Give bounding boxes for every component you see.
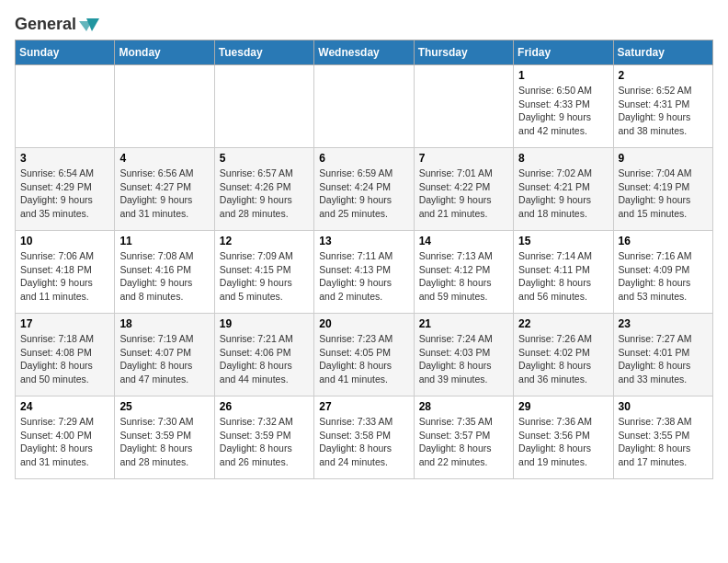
- day-number: 26: [220, 400, 309, 413]
- calendar-cell: 1Sunrise: 6:50 AMSunset: 4:33 PMDaylight…: [514, 65, 613, 148]
- calendar-cell: 19Sunrise: 7:21 AMSunset: 4:06 PMDayligh…: [214, 314, 313, 396]
- day-info: Sunrise: 7:33 AMSunset: 3:58 PMDaylight:…: [319, 415, 408, 469]
- day-info: Sunrise: 7:36 AMSunset: 3:56 PMDaylight:…: [518, 415, 608, 469]
- day-info: Sunrise: 6:59 AMSunset: 4:24 PMDaylight:…: [319, 167, 408, 221]
- calendar-cell: 25Sunrise: 7:30 AMSunset: 3:59 PMDayligh…: [115, 396, 214, 479]
- calendar-cell: 20Sunrise: 7:23 AMSunset: 4:05 PMDayligh…: [314, 314, 414, 396]
- calendar-cell: [314, 65, 414, 148]
- calendar-body: 1Sunrise: 6:50 AMSunset: 4:33 PMDaylight…: [16, 65, 713, 479]
- day-number: 3: [20, 152, 109, 165]
- day-number: 28: [419, 400, 508, 413]
- calendar-cell: 5Sunrise: 6:57 AMSunset: 4:26 PMDaylight…: [214, 148, 313, 231]
- calendar-cell: 12Sunrise: 7:09 AMSunset: 4:15 PMDayligh…: [214, 231, 313, 314]
- day-number: 27: [319, 400, 408, 413]
- calendar-cell: 22Sunrise: 7:26 AMSunset: 4:02 PMDayligh…: [514, 314, 613, 396]
- day-info: Sunrise: 7:27 AMSunset: 4:01 PMDaylight:…: [619, 332, 708, 386]
- week-row-3: 10Sunrise: 7:06 AMSunset: 4:18 PMDayligh…: [16, 231, 713, 314]
- day-number: 22: [518, 317, 608, 330]
- day-number: 21: [419, 317, 508, 330]
- calendar-cell: 6Sunrise: 6:59 AMSunset: 4:24 PMDaylight…: [314, 148, 414, 231]
- day-number: 13: [319, 235, 408, 247]
- calendar-cell: [214, 65, 313, 148]
- day-number: 8: [518, 152, 608, 165]
- day-info: Sunrise: 7:16 AMSunset: 4:09 PMDaylight:…: [619, 249, 708, 304]
- calendar-cell: 3Sunrise: 6:54 AMSunset: 4:29 PMDaylight…: [16, 148, 115, 231]
- calendar-cell: 30Sunrise: 7:38 AMSunset: 3:55 PMDayligh…: [613, 396, 712, 479]
- day-number: 6: [319, 152, 408, 165]
- week-row-5: 24Sunrise: 7:29 AMSunset: 4:00 PMDayligh…: [16, 396, 713, 479]
- week-row-1: 1Sunrise: 6:50 AMSunset: 4:33 PMDaylight…: [16, 65, 713, 148]
- day-info: Sunrise: 7:06 AMSunset: 4:18 PMDaylight:…: [20, 249, 109, 304]
- day-number: 14: [419, 235, 508, 247]
- day-header-wednesday: Wednesday: [314, 40, 414, 65]
- calendar-cell: 28Sunrise: 7:35 AMSunset: 3:57 PMDayligh…: [414, 396, 513, 479]
- day-number: 12: [220, 235, 309, 247]
- calendar-cell: 17Sunrise: 7:18 AMSunset: 4:08 PMDayligh…: [16, 314, 115, 396]
- day-number: 16: [619, 235, 708, 247]
- day-info: Sunrise: 7:26 AMSunset: 4:02 PMDaylight:…: [518, 332, 608, 386]
- day-info: Sunrise: 7:11 AMSunset: 4:13 PMDaylight:…: [319, 249, 408, 304]
- calendar-cell: 2Sunrise: 6:52 AMSunset: 4:31 PMDaylight…: [613, 65, 712, 148]
- day-info: Sunrise: 7:38 AMSunset: 3:55 PMDaylight:…: [619, 415, 708, 469]
- day-info: Sunrise: 6:50 AMSunset: 4:33 PMDaylight:…: [518, 84, 608, 138]
- calendar-cell: 16Sunrise: 7:16 AMSunset: 4:09 PMDayligh…: [613, 231, 712, 314]
- day-info: Sunrise: 7:01 AMSunset: 4:22 PMDaylight:…: [419, 167, 508, 221]
- calendar-cell: 14Sunrise: 7:13 AMSunset: 4:12 PMDayligh…: [414, 231, 513, 314]
- day-number: 24: [20, 400, 109, 413]
- calendar-cell: 27Sunrise: 7:33 AMSunset: 3:58 PMDayligh…: [314, 396, 414, 479]
- day-info: Sunrise: 7:14 AMSunset: 4:11 PMDaylight:…: [518, 249, 608, 304]
- calendar-cell: [16, 65, 115, 148]
- day-info: Sunrise: 7:18 AMSunset: 4:08 PMDaylight:…: [20, 332, 109, 386]
- day-number: 4: [119, 152, 209, 165]
- days-of-week-row: SundayMondayTuesdayWednesdayThursdayFrid…: [16, 40, 713, 65]
- calendar-table: SundayMondayTuesdayWednesdayThursdayFrid…: [15, 40, 713, 479]
- day-info: Sunrise: 7:02 AMSunset: 4:21 PMDaylight:…: [518, 167, 608, 221]
- calendar-cell: [115, 65, 214, 148]
- calendar-cell: 9Sunrise: 7:04 AMSunset: 4:19 PMDaylight…: [613, 148, 712, 231]
- calendar-cell: 7Sunrise: 7:01 AMSunset: 4:22 PMDaylight…: [414, 148, 513, 231]
- day-number: 17: [20, 317, 109, 330]
- day-info: Sunrise: 7:24 AMSunset: 4:03 PMDaylight:…: [419, 332, 508, 386]
- calendar-cell: 18Sunrise: 7:19 AMSunset: 4:07 PMDayligh…: [115, 314, 214, 396]
- day-info: Sunrise: 7:08 AMSunset: 4:16 PMDaylight:…: [119, 249, 209, 304]
- day-number: 19: [220, 317, 309, 330]
- day-header-saturday: Saturday: [613, 40, 712, 65]
- logo-general: General: [15, 15, 76, 34]
- calendar-cell: [414, 65, 513, 148]
- day-number: 18: [119, 317, 209, 330]
- calendar-cell: 10Sunrise: 7:06 AMSunset: 4:18 PMDayligh…: [16, 231, 115, 314]
- week-row-4: 17Sunrise: 7:18 AMSunset: 4:08 PMDayligh…: [16, 314, 713, 396]
- calendar-cell: 23Sunrise: 7:27 AMSunset: 4:01 PMDayligh…: [613, 314, 712, 396]
- logo-icon: [79, 17, 99, 33]
- day-number: 11: [119, 235, 209, 247]
- day-info: Sunrise: 7:29 AMSunset: 4:00 PMDaylight:…: [20, 415, 109, 469]
- day-header-thursday: Thursday: [414, 40, 513, 65]
- calendar-cell: 4Sunrise: 6:56 AMSunset: 4:27 PMDaylight…: [115, 148, 214, 231]
- day-number: 10: [20, 235, 109, 247]
- day-number: 29: [518, 400, 608, 413]
- day-info: Sunrise: 7:32 AMSunset: 3:59 PMDaylight:…: [220, 415, 309, 469]
- day-number: 23: [619, 317, 708, 330]
- day-number: 20: [319, 317, 408, 330]
- day-info: Sunrise: 7:09 AMSunset: 4:15 PMDaylight:…: [220, 249, 309, 304]
- day-info: Sunrise: 7:04 AMSunset: 4:19 PMDaylight:…: [619, 167, 708, 221]
- day-info: Sunrise: 7:30 AMSunset: 3:59 PMDaylight:…: [119, 415, 209, 469]
- day-info: Sunrise: 6:52 AMSunset: 4:31 PMDaylight:…: [619, 84, 708, 138]
- calendar-header: SundayMondayTuesdayWednesdayThursdayFrid…: [16, 40, 713, 65]
- day-number: 25: [119, 400, 209, 413]
- day-header-sunday: Sunday: [16, 40, 115, 65]
- calendar-cell: 11Sunrise: 7:08 AMSunset: 4:16 PMDayligh…: [115, 231, 214, 314]
- day-number: 9: [619, 152, 708, 165]
- day-info: Sunrise: 7:35 AMSunset: 3:57 PMDaylight:…: [419, 415, 508, 469]
- day-header-friday: Friday: [514, 40, 613, 65]
- day-info: Sunrise: 7:13 AMSunset: 4:12 PMDaylight:…: [419, 249, 508, 304]
- day-number: 7: [419, 152, 508, 165]
- day-header-monday: Monday: [115, 40, 214, 65]
- calendar-cell: 29Sunrise: 7:36 AMSunset: 3:56 PMDayligh…: [514, 396, 613, 479]
- day-info: Sunrise: 6:57 AMSunset: 4:26 PMDaylight:…: [220, 167, 309, 221]
- day-number: 15: [518, 235, 608, 247]
- week-row-2: 3Sunrise: 6:54 AMSunset: 4:29 PMDaylight…: [16, 148, 713, 231]
- calendar-cell: 13Sunrise: 7:11 AMSunset: 4:13 PMDayligh…: [314, 231, 414, 314]
- calendar-cell: 8Sunrise: 7:02 AMSunset: 4:21 PMDaylight…: [514, 148, 613, 231]
- page-header: General: [15, 15, 713, 30]
